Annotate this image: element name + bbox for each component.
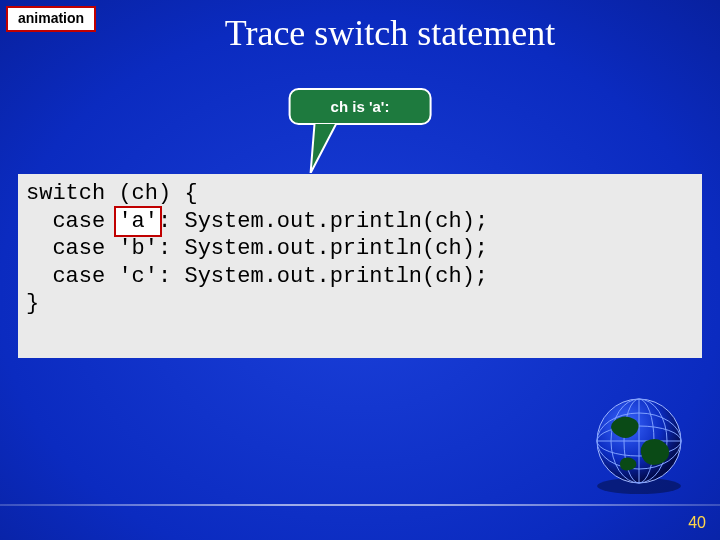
code-line-5: }	[26, 291, 39, 316]
globe-icon	[584, 386, 694, 500]
code-line-2-suffix: : System.out.println(ch);	[158, 209, 488, 234]
callout-text: ch is 'a':	[289, 88, 432, 125]
highlighted-case-a: 'a'	[116, 208, 160, 236]
code-line-1: switch (ch) {	[26, 181, 198, 206]
code-line-3: case 'b': System.out.println(ch);	[26, 236, 488, 261]
code-line-2-prefix: case	[26, 209, 118, 234]
code-block: switch (ch) { case 'a': System.out.print…	[18, 174, 702, 358]
code-line-4: case 'c': System.out.println(ch);	[26, 264, 488, 289]
slide-title: Trace switch statement	[0, 12, 720, 54]
callout-tail	[307, 123, 347, 173]
svg-marker-0	[311, 123, 337, 173]
callout: ch is 'a':	[289, 88, 432, 125]
footer-divider	[0, 504, 720, 506]
page-number: 40	[688, 514, 706, 532]
